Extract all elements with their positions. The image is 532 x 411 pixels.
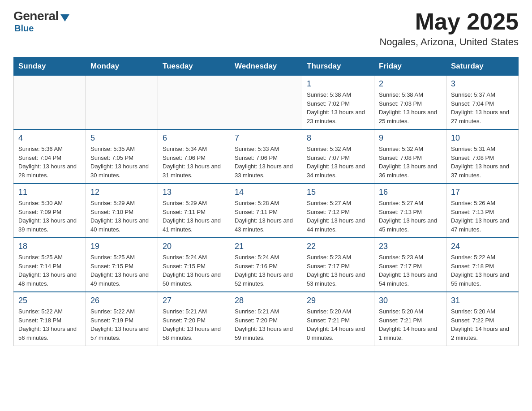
day-number: 23 bbox=[379, 242, 442, 251]
day-header-tuesday: Tuesday bbox=[158, 57, 230, 76]
day-number: 17 bbox=[451, 188, 514, 197]
calendar-week-row: 18Sunrise: 5:25 AMSunset: 7:14 PMDayligh… bbox=[14, 238, 519, 292]
day-number: 3 bbox=[451, 79, 514, 89]
day-number: 9 bbox=[379, 133, 442, 143]
day-number: 22 bbox=[307, 242, 369, 251]
day-number: 11 bbox=[18, 188, 81, 197]
day-number: 10 bbox=[451, 133, 514, 143]
calendar-cell: 22Sunrise: 5:23 AMSunset: 7:17 PMDayligh… bbox=[302, 238, 374, 292]
calendar-cell bbox=[158, 76, 230, 130]
day-info: Sunrise: 5:36 AMSunset: 7:04 PMDaylight:… bbox=[18, 145, 81, 180]
day-info: Sunrise: 5:27 AMSunset: 7:13 PMDaylight:… bbox=[379, 199, 442, 234]
day-info: Sunrise: 5:29 AMSunset: 7:11 PMDaylight:… bbox=[163, 199, 225, 234]
calendar-cell: 12Sunrise: 5:29 AMSunset: 7:10 PMDayligh… bbox=[86, 184, 158, 238]
day-number: 6 bbox=[163, 133, 225, 143]
day-info: Sunrise: 5:32 AMSunset: 7:08 PMDaylight:… bbox=[379, 145, 442, 180]
calendar-cell: 30Sunrise: 5:20 AMSunset: 7:21 PMDayligh… bbox=[374, 292, 446, 346]
day-info: Sunrise: 5:37 AMSunset: 7:04 PMDaylight:… bbox=[451, 90, 514, 125]
day-number: 28 bbox=[235, 296, 297, 305]
day-info: Sunrise: 5:32 AMSunset: 7:07 PMDaylight:… bbox=[307, 145, 369, 180]
page-header: General Blue May 2025 Nogales, Arizona, … bbox=[13, 9, 519, 48]
calendar-cell: 14Sunrise: 5:28 AMSunset: 7:11 PMDayligh… bbox=[230, 184, 302, 238]
day-number: 13 bbox=[163, 188, 225, 197]
day-number: 30 bbox=[379, 296, 442, 305]
calendar-subtitle: Nogales, Arizona, United States bbox=[379, 36, 519, 48]
day-info: Sunrise: 5:23 AMSunset: 7:17 PMDaylight:… bbox=[379, 253, 442, 288]
calendar-cell: 27Sunrise: 5:21 AMSunset: 7:20 PMDayligh… bbox=[158, 292, 230, 346]
calendar-table: SundayMondayTuesdayWednesdayThursdayFrid… bbox=[13, 57, 519, 346]
day-number: 20 bbox=[163, 242, 225, 251]
calendar-cell: 7Sunrise: 5:33 AMSunset: 7:06 PMDaylight… bbox=[230, 129, 302, 184]
title-section: May 2025 Nogales, Arizona, United States bbox=[379, 9, 519, 48]
calendar-week-row: 25Sunrise: 5:22 AMSunset: 7:18 PMDayligh… bbox=[14, 292, 519, 346]
day-header-monday: Monday bbox=[86, 57, 158, 76]
day-info: Sunrise: 5:25 AMSunset: 7:15 PMDaylight:… bbox=[90, 253, 153, 288]
day-info: Sunrise: 5:23 AMSunset: 7:17 PMDaylight:… bbox=[307, 253, 369, 288]
day-info: Sunrise: 5:27 AMSunset: 7:12 PMDaylight:… bbox=[307, 199, 369, 234]
calendar-cell: 26Sunrise: 5:22 AMSunset: 7:19 PMDayligh… bbox=[86, 292, 158, 346]
calendar-cell: 2Sunrise: 5:38 AMSunset: 7:03 PMDaylight… bbox=[374, 76, 446, 130]
calendar-cell: 25Sunrise: 5:22 AMSunset: 7:18 PMDayligh… bbox=[14, 292, 86, 346]
logo: General Blue bbox=[13, 9, 71, 34]
calendar-cell: 4Sunrise: 5:36 AMSunset: 7:04 PMDaylight… bbox=[14, 129, 86, 184]
day-number: 31 bbox=[451, 296, 514, 305]
day-number: 21 bbox=[235, 242, 297, 251]
day-number: 29 bbox=[307, 296, 369, 305]
calendar-cell: 8Sunrise: 5:32 AMSunset: 7:07 PMDaylight… bbox=[302, 129, 374, 184]
logo-arrow-icon bbox=[60, 14, 69, 21]
day-number: 15 bbox=[307, 188, 369, 197]
calendar-cell: 19Sunrise: 5:25 AMSunset: 7:15 PMDayligh… bbox=[86, 238, 158, 292]
day-info: Sunrise: 5:21 AMSunset: 7:20 PMDaylight:… bbox=[163, 307, 225, 342]
day-info: Sunrise: 5:33 AMSunset: 7:06 PMDaylight:… bbox=[235, 145, 297, 180]
day-number: 8 bbox=[307, 133, 369, 143]
day-number: 16 bbox=[379, 188, 442, 197]
day-number: 4 bbox=[18, 133, 81, 143]
day-info: Sunrise: 5:24 AMSunset: 7:16 PMDaylight:… bbox=[235, 253, 297, 288]
day-info: Sunrise: 5:25 AMSunset: 7:14 PMDaylight:… bbox=[18, 253, 81, 288]
calendar-week-row: 1Sunrise: 5:38 AMSunset: 7:02 PMDaylight… bbox=[14, 76, 519, 130]
logo-general-text: General bbox=[13, 9, 59, 23]
day-info: Sunrise: 5:38 AMSunset: 7:03 PMDaylight:… bbox=[379, 90, 442, 125]
day-info: Sunrise: 5:35 AMSunset: 7:05 PMDaylight:… bbox=[90, 145, 153, 180]
calendar-cell: 31Sunrise: 5:20 AMSunset: 7:22 PMDayligh… bbox=[446, 292, 519, 346]
day-info: Sunrise: 5:20 AMSunset: 7:21 PMDaylight:… bbox=[307, 307, 369, 342]
day-number: 2 bbox=[379, 79, 442, 89]
day-number: 18 bbox=[18, 242, 81, 251]
calendar-header-row: SundayMondayTuesdayWednesdayThursdayFrid… bbox=[14, 57, 519, 76]
day-info: Sunrise: 5:26 AMSunset: 7:13 PMDaylight:… bbox=[451, 199, 514, 234]
calendar-cell: 1Sunrise: 5:38 AMSunset: 7:02 PMDaylight… bbox=[302, 76, 374, 130]
calendar-week-row: 11Sunrise: 5:30 AMSunset: 7:09 PMDayligh… bbox=[14, 184, 519, 238]
calendar-cell: 3Sunrise: 5:37 AMSunset: 7:04 PMDaylight… bbox=[446, 76, 519, 130]
calendar-cell: 10Sunrise: 5:31 AMSunset: 7:08 PMDayligh… bbox=[446, 129, 519, 184]
day-number: 14 bbox=[235, 188, 297, 197]
calendar-cell: 24Sunrise: 5:22 AMSunset: 7:18 PMDayligh… bbox=[446, 238, 519, 292]
day-number: 26 bbox=[90, 296, 153, 305]
day-info: Sunrise: 5:28 AMSunset: 7:11 PMDaylight:… bbox=[235, 199, 297, 234]
calendar-cell bbox=[14, 76, 86, 130]
day-number: 24 bbox=[451, 242, 514, 251]
day-info: Sunrise: 5:22 AMSunset: 7:18 PMDaylight:… bbox=[451, 253, 514, 288]
calendar-cell: 13Sunrise: 5:29 AMSunset: 7:11 PMDayligh… bbox=[158, 184, 230, 238]
day-header-saturday: Saturday bbox=[446, 57, 519, 76]
day-number: 27 bbox=[163, 296, 225, 305]
calendar-cell: 29Sunrise: 5:20 AMSunset: 7:21 PMDayligh… bbox=[302, 292, 374, 346]
calendar-cell: 11Sunrise: 5:30 AMSunset: 7:09 PMDayligh… bbox=[14, 184, 86, 238]
calendar-cell: 20Sunrise: 5:24 AMSunset: 7:15 PMDayligh… bbox=[158, 238, 230, 292]
day-info: Sunrise: 5:20 AMSunset: 7:21 PMDaylight:… bbox=[379, 307, 442, 342]
calendar-cell: 16Sunrise: 5:27 AMSunset: 7:13 PMDayligh… bbox=[374, 184, 446, 238]
day-header-wednesday: Wednesday bbox=[230, 57, 302, 76]
day-header-sunday: Sunday bbox=[14, 57, 86, 76]
calendar-cell: 18Sunrise: 5:25 AMSunset: 7:14 PMDayligh… bbox=[14, 238, 86, 292]
day-number: 1 bbox=[307, 79, 369, 89]
day-number: 19 bbox=[90, 242, 153, 251]
day-info: Sunrise: 5:38 AMSunset: 7:02 PMDaylight:… bbox=[307, 90, 369, 125]
day-number: 7 bbox=[235, 133, 297, 143]
day-number: 5 bbox=[90, 133, 153, 143]
calendar-week-row: 4Sunrise: 5:36 AMSunset: 7:04 PMDaylight… bbox=[14, 129, 519, 184]
day-info: Sunrise: 5:22 AMSunset: 7:19 PMDaylight:… bbox=[90, 307, 153, 342]
day-info: Sunrise: 5:31 AMSunset: 7:08 PMDaylight:… bbox=[451, 145, 514, 180]
day-info: Sunrise: 5:24 AMSunset: 7:15 PMDaylight:… bbox=[163, 253, 225, 288]
day-number: 25 bbox=[18, 296, 81, 305]
day-header-thursday: Thursday bbox=[302, 57, 374, 76]
calendar-cell: 5Sunrise: 5:35 AMSunset: 7:05 PMDaylight… bbox=[86, 129, 158, 184]
